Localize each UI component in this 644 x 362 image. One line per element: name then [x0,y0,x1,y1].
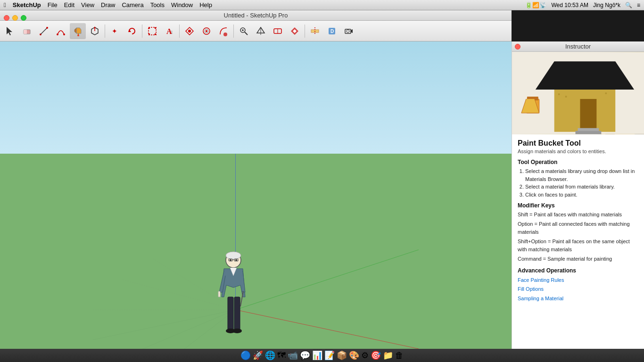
follow-me-tool-btn[interactable] [215,23,231,39]
title-bar: Untitled - SketchUp Pro [0,10,512,21]
dock-launchpad[interactable]: 🚀 [253,350,263,361]
svg-point-6 [57,33,58,35]
tape-tool-btn[interactable] [182,23,198,39]
modifier-key-4: Command = Sample material for painting [518,255,638,263]
dock-app7[interactable]: 📁 [383,350,393,361]
modifier-key-1: Shift = Paint all faces with matching ma… [518,211,638,219]
zoom-tool-btn[interactable] [236,23,252,39]
move-tool-btn[interactable]: ✦ [107,23,123,39]
instructor-content: 🪣 [512,52,644,362]
svg-point-78 [565,96,567,98]
line-tool-btn[interactable] [36,23,52,39]
svg-rect-19 [155,27,156,29]
advanced-operations-header: Advanced Operations [518,267,638,274]
tools-menu[interactable]: Tools [150,1,165,8]
time-display: Wed 10:53 AM [551,2,588,8]
svg-line-31 [245,32,248,35]
list-icon[interactable]: ≡ [637,2,640,8]
fill-options-link[interactable]: Fill Options [518,285,638,294]
dock-app5[interactable]: ⚙ [361,350,369,361]
toolbar-separator-3 [179,25,180,38]
edit-menu[interactable]: Edit [64,1,74,8]
svg-line-51 [153,259,235,310]
svg-rect-72 [580,99,596,132]
offset-tool-btn[interactable] [198,23,215,39]
svg-point-28 [206,30,207,32]
instructor-header: Instructor [512,41,644,52]
op-item-2: Select a material from materials library… [525,183,638,191]
look-around-tool-btn[interactable] [270,23,286,39]
menu-left:  SketchUp File Edit View Draw Camera To… [4,1,212,8]
instructor-close-button[interactable] [515,44,520,49]
operation-list: Select a materials library using drop do… [518,167,638,198]
menu-right: 🔋📶📡 Wed 10:53 AM Jing Ngô*k 🔍 ≡ [525,2,640,8]
dock-finder[interactable]: 🔵 [240,350,251,361]
dock-trash[interactable]: 🗑 [395,351,404,361]
dynamic-comp-tool-btn[interactable]: D [324,23,340,39]
instructor-panel: Instructor 🪣 [512,41,644,362]
paint-bucket-tool-btn[interactable] [70,23,86,39]
arc-tool-btn[interactable] [53,23,69,39]
window-menu[interactable]: Window [171,1,193,8]
minimize-button[interactable] [12,15,18,21]
svg-rect-18 [149,27,150,29]
dock-app6[interactable]: 🎯 [371,350,381,361]
modifier-key-3: Shift+Option = Paint all faces on the sa… [518,238,638,254]
dock-chrome[interactable]: 🌐 [265,350,275,361]
maximize-button[interactable] [21,15,26,21]
dock-facetime[interactable]: 📹 [288,350,298,361]
svg-point-77 [558,93,560,95]
walk-tool-btn[interactable] [287,23,303,39]
svg-point-25 [188,30,191,33]
draw-menu[interactable]: Draw [101,1,115,8]
sketchup-viewport[interactable]: ● i 👤 ? Select object to match paint fro… [0,41,512,362]
dock-messages[interactable]: 💬 [300,350,310,361]
scale-tool-btn[interactable] [144,23,160,39]
svg-point-7 [63,33,65,35]
dock: 🔵 🚀 🌐 🗺 📹 💬 📊 📝 📦 🎨 ⚙ 🎯 📁 🗑 [0,349,644,362]
svg-line-49 [236,310,419,349]
dock-app2[interactable]: 📝 [324,350,335,361]
text-tool-btn[interactable]: A1 [161,23,177,39]
app-name[interactable]: SketchUp [13,1,41,8]
sky-background [0,41,512,154]
main-container: ● i 👤 ? Select object to match paint fro… [0,41,644,362]
toolbar: ✦ A1 D [0,21,512,41]
svg-marker-0 [7,27,12,35]
apple-menu[interactable]:  [4,1,6,8]
dock-app4[interactable]: 🎨 [349,350,359,361]
window-title: Untitled - SketchUp Pro [224,12,288,19]
svg-point-79 [605,92,607,94]
select-tool-btn[interactable] [2,23,18,39]
ground-surface [0,154,512,349]
modifier-key-2: Option = Paint all connected faces with … [518,220,638,237]
dock-app3[interactable]: 📦 [337,350,347,361]
svg-point-46 [347,30,349,33]
rotate-tool-btn[interactable] [124,23,140,39]
svg-rect-74 [576,131,602,134]
tool-operation-header: Tool Operation [518,159,638,165]
svg-line-4 [41,28,47,34]
svg-rect-20 [149,33,150,35]
section-plane-tool-btn[interactable] [307,23,323,39]
svg-line-54 [93,310,236,349]
traffic-lights [4,15,26,21]
advanced-camera-tool-btn[interactable] [341,23,357,39]
file-menu[interactable]: File [48,1,58,8]
view-menu[interactable]: View [81,1,94,8]
camera-menu[interactable]: Camera [122,1,143,8]
sampling-material-link[interactable]: Sampling a Material [518,294,638,304]
svg-rect-21 [155,33,156,35]
push-pull-tool-btn[interactable] [87,23,103,39]
dock-app1[interactable]: 📊 [312,350,322,361]
face-painting-rules-link[interactable]: Face Painting Rules [518,276,638,285]
svg-marker-9 [74,28,76,33]
search-icon[interactable]: 🔍 [625,2,632,8]
close-button[interactable] [4,15,9,21]
viewport-axes [0,154,512,349]
axes-tool-btn[interactable] [253,23,269,39]
help-menu[interactable]: Help [199,1,212,8]
dock-maps[interactable]: 🗺 [277,351,286,361]
svg-line-53 [93,310,236,340]
eraser-tool-btn[interactable] [19,23,35,39]
